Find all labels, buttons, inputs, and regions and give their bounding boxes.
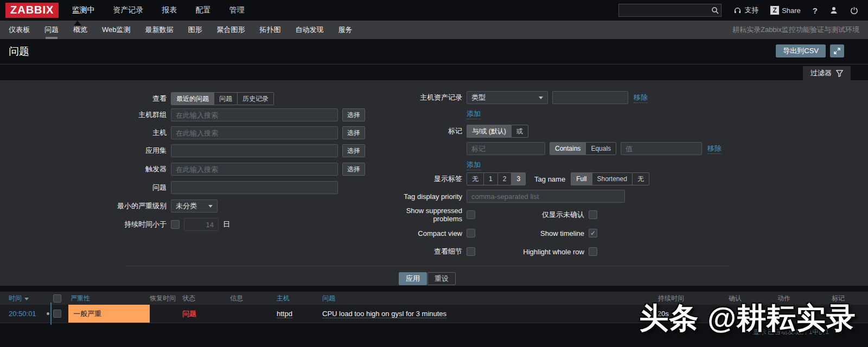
problem-link[interactable]: CPU load too high on gysl for 3 minutes <box>322 310 446 318</box>
show-tags-1[interactable]: 1 <box>483 172 498 185</box>
filter-tab-label: 过滤器 <box>810 68 832 78</box>
compact-view-checkbox[interactable] <box>467 229 475 237</box>
menu-administration[interactable]: 管理 <box>229 5 244 15</box>
unacknowledged-only-label: 仅显示未确认 <box>475 210 589 220</box>
view-option-history[interactable]: 历史记录 <box>237 92 274 105</box>
view-option-recent-problems[interactable]: 最近的问题 <box>171 92 214 105</box>
inventory-type-select[interactable]: 类型 <box>467 91 548 104</box>
tag-add-link[interactable]: 添加 <box>467 160 481 170</box>
tag-logic-andor[interactable]: 与/或 (默认) <box>467 125 512 138</box>
menu-inventory[interactable]: 资产记录 <box>113 5 143 15</box>
age-input[interactable] <box>184 218 219 231</box>
view-option-problems[interactable]: 问题 <box>214 92 238 105</box>
host-group-select-button[interactable]: 选择 <box>342 108 365 121</box>
highlight-row-checkbox[interactable] <box>589 247 597 256</box>
application-select-button[interactable]: 选择 <box>342 144 365 157</box>
show-tags-none[interactable]: 无 <box>467 172 484 185</box>
menu-configuration[interactable]: 配置 <box>195 5 210 15</box>
severity-cell: 一般严重 <box>68 305 150 323</box>
highlight-row-label: Highlight whole row <box>475 248 589 256</box>
filter-row-tag-logic: 标记 与/或 (默认) 或 <box>380 125 528 138</box>
host-link[interactable]: httpd <box>277 310 292 318</box>
filter-tab[interactable]: 过滤器 <box>803 66 851 80</box>
inventory-remove-link[interactable]: 移除 <box>634 93 648 103</box>
search-input[interactable] <box>619 7 709 14</box>
support-label: 支持 <box>744 5 758 15</box>
user-profile-icon[interactable] <box>829 6 838 15</box>
column-time[interactable]: 时间 <box>0 294 47 303</box>
page-title: 问题 <box>9 44 29 59</box>
tag-remove-link[interactable]: 移除 <box>707 144 722 154</box>
subnav-services[interactable]: 服务 <box>339 21 353 39</box>
inventory-value-input[interactable] <box>552 91 628 104</box>
filter-row-age: 持续时间小于 日 <box>0 218 230 231</box>
host-input[interactable] <box>171 126 338 139</box>
subnav-dashboard[interactable]: 仪表板 <box>9 21 30 39</box>
column-problem[interactable]: 问题 <box>322 294 640 303</box>
subnav-discovery[interactable]: 自动发现 <box>296 21 324 39</box>
show-details-checkbox[interactable] <box>467 247 475 256</box>
search-icon[interactable] <box>709 7 721 14</box>
tag-name-input[interactable] <box>467 142 545 155</box>
inventory-label: 主机资产记录 <box>380 93 467 102</box>
select-all-checkbox-cell <box>53 294 68 303</box>
logout-power-icon[interactable] <box>850 7 858 15</box>
filter-footer-divider <box>125 266 730 266</box>
tag-name-full[interactable]: Full <box>571 172 592 185</box>
unacknowledged-only-checkbox[interactable] <box>589 210 597 219</box>
show-timeline-label: Show timeline <box>475 229 589 237</box>
tag-priority-input[interactable] <box>467 190 625 203</box>
problem-time-link[interactable]: 20:50:01 <box>0 310 47 318</box>
subnav-screens[interactable]: 聚合图形 <box>217 21 245 39</box>
host-label: 主机 <box>0 128 171 138</box>
tag-operator-contains[interactable]: Contains <box>550 142 586 155</box>
inventory-add-link[interactable]: 添加 <box>467 109 481 119</box>
age-checkbox[interactable] <box>171 220 180 229</box>
min-severity-select[interactable]: 未分类 <box>171 200 218 213</box>
trigger-input[interactable] <box>171 163 338 176</box>
subnav-web[interactable]: Web监测 <box>102 21 131 39</box>
host-group-input[interactable] <box>171 108 338 121</box>
column-host[interactable]: 主机 <box>277 294 322 303</box>
subnav-maps[interactable]: 拓扑图 <box>260 21 281 39</box>
view-label: 查看 <box>0 94 171 104</box>
show-suppressed-checkbox[interactable] <box>467 210 475 219</box>
host-select-button[interactable]: 选择 <box>342 126 365 139</box>
host-group-label: 主机群组 <box>0 110 171 120</box>
menu-reports[interactable]: 报表 <box>162 5 177 15</box>
show-tags-3[interactable]: 3 <box>511 172 526 185</box>
column-severity[interactable]: 严重性 <box>68 292 150 305</box>
apply-button[interactable]: 应用 <box>399 272 427 285</box>
trigger-select-button[interactable]: 选择 <box>342 163 365 176</box>
zabbix-logo[interactable]: ZABBIX <box>5 3 59 18</box>
problem-status-link[interactable]: 问题 <box>182 310 196 318</box>
menu-monitoring[interactable]: 监测中 <box>72 5 94 15</box>
tag-value-input[interactable] <box>621 142 702 155</box>
row-checkbox[interactable] <box>53 310 61 318</box>
select-all-checkbox[interactable] <box>53 294 61 303</box>
subnav-graphs[interactable]: 图形 <box>188 21 202 39</box>
filter-row-severity: 最小的严重级别 未分类 <box>0 200 218 213</box>
reset-button[interactable]: 重设 <box>427 272 456 285</box>
main-menu: 监测中 资产记录 报表 配置 管理 <box>72 5 244 15</box>
subnav-latest-data[interactable]: 最新数据 <box>145 21 174 39</box>
share-link[interactable]: Z Share <box>770 6 801 15</box>
show-timeline-checkbox[interactable]: ✓ <box>589 229 597 237</box>
tag-name-shortened[interactable]: Shortened <box>592 172 633 185</box>
tag-name-none[interactable]: 无 <box>632 172 649 185</box>
problem-input[interactable] <box>171 181 338 194</box>
filter-row-cb-3: 查看细节 Highlight whole row <box>380 245 597 258</box>
row-checkbox-cell <box>53 310 68 318</box>
zabbix-share-icon: Z <box>770 6 779 15</box>
tag-logic-or[interactable]: 或 <box>511 125 528 138</box>
fullscreen-toggle-button[interactable] <box>830 44 844 57</box>
application-input[interactable] <box>171 144 338 157</box>
problem-cell: CPU load too high on gysl for 3 minutes <box>322 310 640 318</box>
tag-operator-equals[interactable]: Equals <box>585 142 616 155</box>
help-icon[interactable]: ? <box>813 6 818 15</box>
timeline-bar <box>50 303 52 325</box>
export-csv-button[interactable]: 导出到CSV <box>776 44 826 57</box>
show-tags-2[interactable]: 2 <box>497 172 512 185</box>
support-link[interactable]: 支持 <box>733 5 758 15</box>
subnav-problems[interactable]: 问题 <box>44 21 59 39</box>
